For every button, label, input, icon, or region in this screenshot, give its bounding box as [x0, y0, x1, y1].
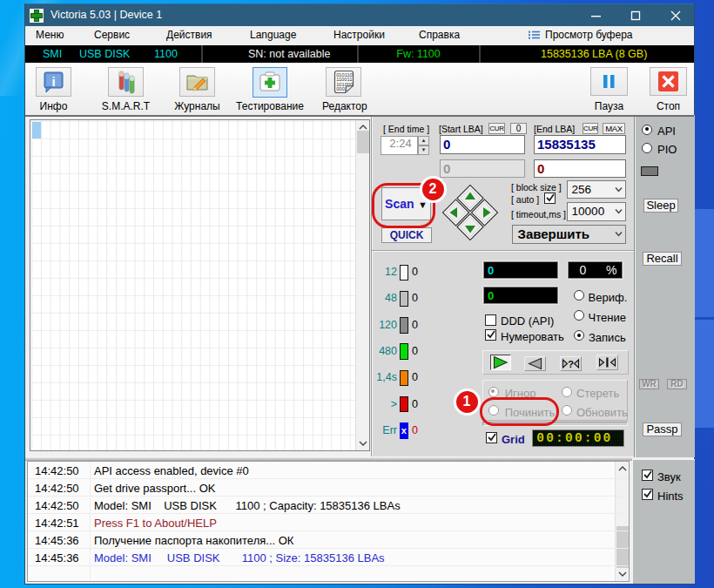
svg-text:i: i [51, 74, 55, 89]
svg-text:0001: 0001 [336, 86, 347, 91]
svg-text:?: ? [568, 358, 574, 368]
